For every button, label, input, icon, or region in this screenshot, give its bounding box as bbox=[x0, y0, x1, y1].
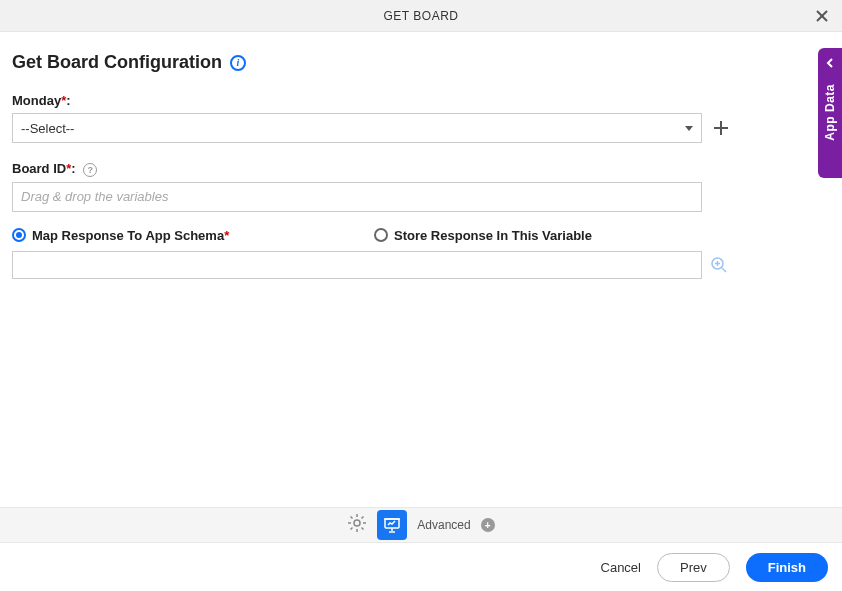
dialog-title: GET BOARD bbox=[384, 9, 459, 23]
add-monday-button[interactable] bbox=[710, 117, 732, 139]
content-area: Get Board Configuration i Monday*: --Sel… bbox=[0, 32, 842, 279]
board-id-label: Board ID*: ? bbox=[12, 161, 97, 177]
store-variable-radio[interactable]: Store Response In This Variable bbox=[374, 228, 592, 243]
help-icon[interactable]: ? bbox=[83, 163, 97, 177]
advanced-label: Advanced bbox=[417, 518, 470, 532]
monday-field-group: Monday*: --Select-- bbox=[12, 91, 830, 143]
settings-button[interactable] bbox=[347, 513, 367, 537]
board-id-field-group: Board ID*: ? bbox=[12, 159, 830, 212]
monday-select[interactable]: --Select-- bbox=[12, 113, 702, 143]
svg-line-5 bbox=[722, 268, 726, 272]
map-schema-label: Map Response To App Schema* bbox=[32, 228, 229, 243]
bottom-toolbar: Advanced + bbox=[0, 507, 842, 543]
required-asterisk: * bbox=[224, 228, 229, 243]
monday-select-value: --Select-- bbox=[21, 121, 74, 136]
required-asterisk: * bbox=[61, 93, 66, 108]
page-title: Get Board Configuration bbox=[12, 52, 222, 73]
monday-field-row: --Select-- bbox=[12, 113, 830, 143]
monday-label: Monday*: bbox=[12, 93, 71, 108]
schema-input[interactable] bbox=[12, 251, 702, 279]
advanced-add-button[interactable]: + bbox=[481, 518, 495, 532]
close-icon bbox=[815, 9, 829, 23]
svg-point-8 bbox=[354, 520, 360, 526]
dialog-footer: Cancel Prev Finish bbox=[0, 543, 842, 591]
cancel-button[interactable]: Cancel bbox=[601, 560, 641, 575]
radio-unchecked-icon bbox=[374, 228, 388, 242]
dialog-header: GET BOARD bbox=[0, 0, 842, 32]
presentation-button[interactable] bbox=[377, 510, 407, 540]
chevron-down-icon bbox=[685, 126, 693, 131]
prev-button[interactable]: Prev bbox=[657, 553, 730, 582]
chevron-left-icon bbox=[825, 58, 835, 68]
store-variable-label: Store Response In This Variable bbox=[394, 228, 592, 243]
response-radio-row: Map Response To App Schema* Store Respon… bbox=[12, 228, 830, 243]
board-id-field-row bbox=[12, 182, 830, 212]
plus-icon bbox=[712, 119, 730, 137]
required-asterisk: * bbox=[66, 161, 71, 176]
map-schema-radio[interactable]: Map Response To App Schema* bbox=[12, 228, 374, 243]
finish-button[interactable]: Finish bbox=[746, 553, 828, 582]
magnify-plus-icon bbox=[710, 256, 728, 274]
page-title-row: Get Board Configuration i bbox=[12, 52, 830, 73]
app-data-label: App Data bbox=[823, 84, 837, 141]
info-icon[interactable]: i bbox=[230, 55, 246, 71]
app-data-panel-toggle[interactable]: App Data bbox=[818, 48, 842, 178]
presentation-icon bbox=[383, 516, 401, 534]
board-id-input[interactable] bbox=[12, 182, 702, 212]
gear-icon bbox=[347, 513, 367, 533]
schema-zoom-button[interactable] bbox=[710, 256, 728, 274]
close-button[interactable] bbox=[812, 6, 832, 26]
radio-checked-icon bbox=[12, 228, 26, 242]
schema-row bbox=[12, 251, 830, 279]
